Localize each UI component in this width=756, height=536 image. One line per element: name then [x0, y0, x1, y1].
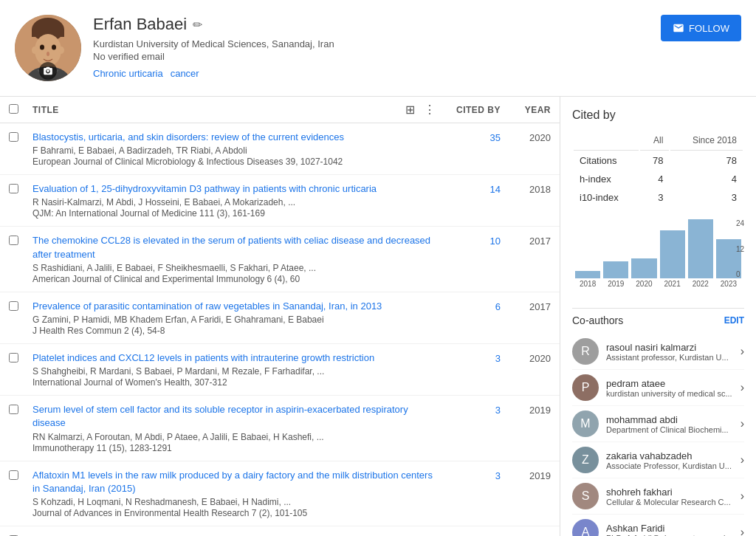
- paper-year-6: 2019: [506, 469, 551, 481]
- stats-since-1: 4: [670, 171, 743, 188]
- coauthor-arrow-4: ›: [740, 489, 744, 503]
- coauthor-item-0[interactable]: R rasoul nasiri kalmarzi Assistant profe…: [572, 334, 744, 370]
- coauthor-item-3[interactable]: Z zakaria vahabzadeh Associate Professor…: [572, 442, 744, 478]
- table-header: TITLE ⊞ ⋮ CITED BY YEAR: [0, 97, 560, 123]
- coauthor-item-5[interactable]: A Ashkan Faridi PhD, A-faridi@alumnus.tu…: [572, 515, 744, 536]
- tag-cancer[interactable]: cancer: [171, 68, 199, 79]
- edit-profile-icon[interactable]: ✏: [193, 18, 202, 32]
- paper-info-4: Platelet indices and CXCL12 levels in pa…: [32, 351, 436, 388]
- chart-label-2021: 2021: [660, 280, 685, 288]
- paper-cited-count-6[interactable]: 3: [441, 469, 501, 481]
- paper-cited-count-2[interactable]: 10: [441, 234, 501, 247]
- select-all-input[interactable]: [9, 104, 18, 114]
- paper-cited-count-3[interactable]: 6: [441, 300, 501, 312]
- papers-section: TITLE ⊞ ⋮ CITED BY YEAR Blastocystis, ur…: [0, 97, 560, 536]
- paper-authors-4: S Shahgheibi, R Mardani, S Babaei, P Mar…: [32, 366, 436, 377]
- paper-authors-5: RN Kalmarzi, A Foroutan, M Abdi, P Ataee…: [32, 432, 436, 442]
- paper-checkbox-input-5[interactable]: [9, 405, 18, 414]
- select-all-checkbox[interactable]: [9, 104, 27, 116]
- more-options-icon[interactable]: ⋮: [424, 103, 436, 117]
- paper-title-4[interactable]: Platelet indices and CXCL12 levels in pa…: [32, 351, 436, 365]
- coauthor-item-2[interactable]: M mohammad abdi Department of Clinical B…: [572, 406, 744, 442]
- svg-point-5: [52, 45, 56, 50]
- table-row: The chemokine CCL28 is elevated in the s…: [0, 227, 560, 292]
- coauthors-edit-link[interactable]: EDIT: [724, 315, 744, 326]
- paper-cited-count-0[interactable]: 35: [441, 131, 501, 143]
- paper-checkbox-4[interactable]: [9, 351, 27, 365]
- chart-bar-2022: [688, 219, 713, 278]
- y-max: 24: [736, 219, 744, 227]
- paper-checkbox-6[interactable]: [9, 469, 27, 482]
- paper-title-3[interactable]: Prevalence of parasitic contamination of…: [32, 300, 436, 313]
- paper-year-0: 2020: [506, 131, 551, 143]
- coauthor-info-2: mohammad abdi Department of Clinical Bio…: [606, 414, 733, 434]
- paper-checkbox-5[interactable]: [9, 403, 27, 416]
- svg-point-6: [47, 52, 49, 56]
- paper-checkbox-input-2[interactable]: [9, 236, 18, 245]
- paper-checkbox-1[interactable]: [9, 182, 27, 196]
- paper-checkbox-input-1[interactable]: [9, 184, 18, 193]
- stats-all-0: 78: [640, 152, 669, 169]
- paper-title-5[interactable]: Serum level of stem cell factor and its …: [32, 403, 436, 430]
- table-row: Prevalence of parasitic contamination of…: [0, 292, 560, 344]
- coauthor-avatar-1: P: [572, 374, 599, 401]
- paper-cited-count-5[interactable]: 3: [441, 403, 501, 416]
- paper-authors-1: R Nasiri-Kalmarzi, M Abdi, J Hosseini, E…: [32, 197, 436, 207]
- paper-checkbox-2[interactable]: [9, 234, 27, 247]
- chart-labels: 201820192020202120222023: [572, 278, 744, 288]
- paper-title-1[interactable]: Evaluation of 1, 25-dihydroxyvitamin D3 …: [32, 182, 436, 196]
- add-paper-icon[interactable]: ⊞: [405, 103, 415, 117]
- paper-authors-3: G Zamini, P Hamidi, MB Khadem Erfan, A F…: [32, 315, 436, 325]
- coauthor-item-4[interactable]: S shohreh fakhari Cellular & Molecular R…: [572, 478, 744, 515]
- cited-column-header: CITED BY: [441, 105, 501, 115]
- paper-cited-count-4[interactable]: 3: [441, 351, 501, 364]
- paper-journal-5: Immunotherapy 11 (15), 1283-1291: [32, 443, 436, 453]
- follow-icon: [673, 22, 684, 34]
- coauthor-name-3: zakaria vahabzadeh: [606, 450, 733, 461]
- stats-since-2: 3: [670, 189, 743, 206]
- follow-label: FOLLOW: [689, 23, 729, 34]
- paper-journal-6: Journal of Advances in Environmental Hea…: [32, 508, 436, 518]
- coauthors-list: R rasoul nasiri kalmarzi Assistant profe…: [572, 334, 744, 536]
- chart-label-2022: 2022: [688, 280, 713, 288]
- coauthor-avatar-0: R: [572, 338, 599, 365]
- coauthor-affil-2: Department of Clinical Biochemi...: [606, 425, 733, 434]
- chart-container: 201820192020202120222023 24 12 0: [572, 219, 744, 293]
- paper-title-2[interactable]: The chemokine CCL28 is elevated in the s…: [32, 234, 436, 261]
- paper-checkbox-input-3[interactable]: [9, 301, 18, 311]
- page-container: Erfan Babaei ✏ Kurdistan University of M…: [0, 0, 756, 536]
- coauthor-name-5: Ashkan Faridi: [606, 523, 733, 534]
- profile-section: Erfan Babaei ✏ Kurdistan University of M…: [0, 0, 756, 97]
- chart-bar-2020: [631, 258, 656, 278]
- chart-label-2020: 2020: [631, 280, 656, 288]
- coauthor-name-1: pedram ataee: [606, 378, 733, 389]
- tag-chronic-urticaria[interactable]: Chronic urticaria: [93, 68, 163, 79]
- paper-authors-0: F Bahrami, E Babaei, A Badirzadeh, TR Ri…: [32, 145, 436, 156]
- paper-year-2: 2017: [506, 234, 551, 247]
- camera-icon[interactable]: [39, 62, 57, 80]
- year-column-header: YEAR: [506, 105, 551, 115]
- chart-bar-2021: [660, 230, 685, 278]
- paper-title-6[interactable]: Aflatoxin M1 levels in the raw milk prod…: [32, 469, 436, 495]
- table-row: The role of Chlamydia trachomatis in pre…: [0, 526, 560, 536]
- paper-cited-count-1[interactable]: 14: [441, 182, 501, 195]
- follow-button[interactable]: FOLLOW: [661, 15, 741, 41]
- coauthor-item-1[interactable]: P pedram ataee kurdistan university of m…: [572, 370, 744, 406]
- paper-checkbox-0[interactable]: [9, 131, 27, 144]
- paper-checkbox-input-4[interactable]: [9, 353, 18, 363]
- paper-title-0[interactable]: Blastocystis, urticaria, and skin disord…: [32, 131, 436, 144]
- stats-row-0: Citations 78 78: [574, 152, 743, 169]
- coauthor-info-1: pedram ataee kurdistan university of med…: [606, 378, 733, 398]
- paper-checkbox-input-0[interactable]: [9, 132, 18, 142]
- coauthor-affil-1: kurdistan university of medical sc...: [606, 389, 733, 398]
- paper-info-1: Evaluation of 1, 25-dihydroxyvitamin D3 …: [32, 182, 436, 219]
- profile-name: Erfan Babaei: [93, 15, 187, 34]
- y-mid: 12: [736, 245, 744, 253]
- paper-checkbox-3[interactable]: [9, 300, 27, 313]
- coauthor-affil-5: PhD, A-faridi@alumnus.tums.ac.i...: [606, 534, 733, 537]
- y-min: 0: [736, 270, 744, 278]
- paper-checkbox-input-6[interactable]: [9, 470, 18, 480]
- table-row: Serum level of stem cell factor and its …: [0, 396, 560, 461]
- profile-email: No verified email: [93, 51, 649, 62]
- svg-point-8: [58, 47, 64, 54]
